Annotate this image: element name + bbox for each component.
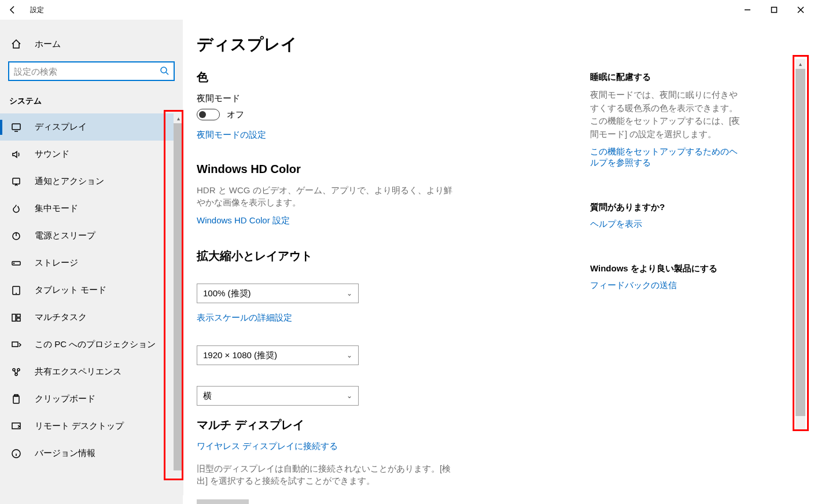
svg-point-6: [14, 263, 14, 263]
back-button[interactable]: [0, 0, 25, 20]
focus-icon: [10, 203, 22, 215]
scroll-up-icon[interactable]: ▴: [174, 113, 183, 123]
sidebar-item-about[interactable]: バージョン情報: [0, 440, 183, 467]
sidebar-item-label: ストレージ: [35, 257, 78, 268]
sidebar-item-projection[interactable]: この PC へのプロジェクション: [0, 331, 183, 358]
maximize-button[interactable]: [761, 0, 787, 20]
sidebar-item-remote[interactable]: リモート デスクトップ: [0, 413, 183, 440]
multitask-icon: [10, 312, 22, 323]
sidebar-item-label: リモート デスクトップ: [35, 421, 124, 432]
orientation-value: 横: [203, 391, 212, 402]
main-content: ディスプレイ 色 夜間モード オフ 夜間モードの設定 Windows HD Co…: [183, 20, 804, 504]
sidebar-item-sound[interactable]: サウンド: [0, 141, 183, 168]
night-mode-settings-link[interactable]: 夜間モードの設定: [197, 130, 266, 141]
svg-rect-3: [13, 178, 20, 184]
question-heading: 質問がありますか?: [590, 202, 741, 213]
sleep-heading: 睡眠に配慮する: [590, 72, 741, 83]
search-icon: [160, 66, 169, 77]
sidebar: ホーム システム ディスプレイサウンド通知とアクション集中モード電源とスリープス…: [0, 20, 183, 504]
sidebar-item-label: 電源とスリープ: [35, 230, 95, 241]
detect-button[interactable]: 検出: [197, 499, 249, 504]
shared-icon: [10, 366, 22, 378]
sleep-link[interactable]: この機能をセットアップするためのヘルプを参照する: [590, 146, 741, 168]
help-link[interactable]: ヘルプを表示: [590, 219, 642, 230]
hdcolor-desc: HDR と WCG のビデオ、ゲーム、アプリで、より明るく、より鮮やかな画像を表…: [197, 184, 457, 208]
svg-rect-9: [17, 314, 20, 317]
close-button[interactable]: [787, 0, 814, 20]
svg-rect-0: [772, 8, 777, 13]
sidebar-item-label: ディスプレイ: [35, 122, 87, 133]
advanced-scale-link[interactable]: 表示スケールの詳細設定: [197, 312, 292, 323]
sidebar-item-clipboard[interactable]: クリップボード: [0, 385, 183, 413]
resolution-value: 1920 × 1080 (推奨): [203, 350, 277, 361]
svg-point-1: [161, 67, 167, 73]
night-mode-toggle[interactable]: [197, 109, 220, 120]
sidebar-item-label: この PC へのプロジェクション: [35, 339, 156, 350]
about-icon: [10, 448, 22, 459]
display-icon: [10, 122, 22, 133]
search-field[interactable]: [14, 67, 160, 76]
orientation-select[interactable]: 横 ⌄: [197, 386, 359, 406]
svg-rect-15: [13, 396, 19, 403]
main-scrollbar[interactable]: ▴: [795, 59, 805, 429]
scale-select[interactable]: 100% (推奨) ⌄: [197, 284, 359, 303]
minimize-button[interactable]: [734, 0, 761, 20]
sleep-desc: 夜間モードでは、夜間に眠りに付きやすくする暖色系の色を表示できます。この機能をセ…: [590, 89, 741, 141]
storage-icon: [10, 257, 22, 269]
remote-icon: [10, 421, 22, 432]
svg-point-13: [17, 369, 20, 371]
hdcolor-link[interactable]: Windows HD Color 設定: [197, 215, 290, 226]
multi-desc: 旧型のディスプレイは自動的に接続されないことがあります。[検出] を選択すると接…: [197, 462, 457, 487]
home-button[interactable]: ホーム: [0, 31, 183, 57]
window-title: 設定: [25, 5, 44, 15]
scale-heading: 拡大縮小とレイアウト: [197, 248, 555, 264]
sidebar-item-display[interactable]: ディスプレイ: [0, 113, 183, 141]
clipboard-icon: [10, 393, 22, 405]
svg-point-14: [15, 373, 17, 376]
home-icon: [10, 38, 22, 50]
scroll-up-icon[interactable]: ▴: [795, 59, 805, 69]
svg-point-12: [13, 369, 15, 371]
chevron-down-icon: ⌄: [347, 392, 352, 400]
sidebar-item-label: サウンド: [35, 149, 69, 160]
scrollbar-thumb[interactable]: [174, 123, 183, 470]
sidebar-item-label: 通知とアクション: [35, 176, 104, 187]
category-label: システム: [0, 87, 183, 113]
sidebar-item-label: 共有エクスペリエンス: [35, 366, 121, 377]
svg-rect-11: [12, 342, 18, 347]
sidebar-item-storage[interactable]: ストレージ: [0, 249, 183, 277]
sidebar-item-label: タブレット モード: [35, 285, 106, 296]
projection-icon: [10, 339, 22, 351]
search-input[interactable]: [8, 61, 175, 81]
titlebar: 設定: [0, 0, 814, 20]
toggle-state: オフ: [227, 109, 244, 120]
sidebar-item-tablet[interactable]: タブレット モード: [0, 277, 183, 304]
hdcolor-heading: Windows HD Color: [197, 163, 555, 176]
wireless-link[interactable]: ワイヤレス ディスプレイに接続する: [197, 441, 338, 452]
chevron-down-icon: ⌄: [347, 289, 352, 297]
sidebar-item-label: マルチタスク: [35, 312, 87, 323]
sound-icon: [10, 149, 22, 160]
active-indicator: [0, 120, 2, 135]
multi-heading: マルチ ディスプレイ: [197, 417, 555, 433]
power-icon: [10, 230, 22, 242]
feedback-link[interactable]: フィードバックの送信: [590, 280, 677, 291]
page-title: ディスプレイ: [197, 34, 790, 56]
svg-rect-8: [12, 314, 16, 321]
sidebar-item-label: バージョン情報: [35, 448, 95, 459]
resolution-select[interactable]: 1920 × 1080 (推奨) ⌄: [197, 345, 359, 365]
night-mode-label: 夜間モード: [197, 93, 555, 104]
sidebar-item-multitask[interactable]: マルチタスク: [0, 304, 183, 331]
sidebar-item-notification[interactable]: 通知とアクション: [0, 168, 183, 195]
sidebar-item-label: クリップボード: [35, 393, 95, 404]
home-label: ホーム: [35, 39, 61, 50]
scrollbar-thumb[interactable]: [795, 69, 805, 416]
sidebar-item-label: 集中モード: [35, 203, 78, 214]
svg-rect-10: [17, 318, 20, 321]
sidebar-item-shared[interactable]: 共有エクスペリエンス: [0, 358, 183, 385]
feedback-heading: Windows をより良い製品にする: [590, 263, 741, 274]
sidebar-scrollbar[interactable]: ▴: [174, 113, 183, 495]
scale-value: 100% (推奨): [203, 288, 251, 299]
sidebar-item-focus[interactable]: 集中モード: [0, 195, 183, 222]
sidebar-item-power[interactable]: 電源とスリープ: [0, 222, 183, 249]
